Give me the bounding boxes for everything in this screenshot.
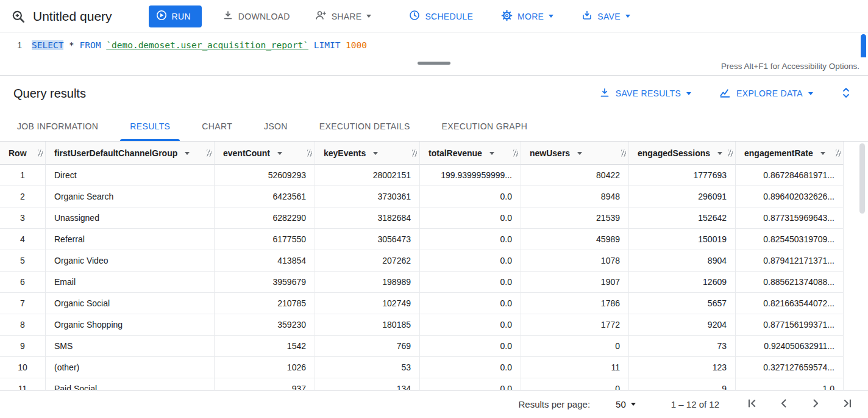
cell-engagementRate: 0.885621374088... — [736, 272, 844, 293]
column-header-engagementRate[interactable]: engagementRate — [736, 142, 844, 165]
sql-keyword-limit: LIMIT — [308, 40, 346, 50]
query-magnifier-icon — [10, 8, 27, 25]
save-button[interactable]: SAVE — [574, 5, 638, 27]
table-vertical-scrollbar[interactable] — [859, 143, 865, 214]
table-row: 4Referral617755030564730.0459891500190.8… — [0, 229, 844, 250]
chevron-down-icon — [549, 15, 553, 18]
cell-engagementRate: 0.896402032626... — [736, 186, 844, 207]
cell-eventCount: 6282290 — [215, 207, 315, 229]
column-menu-caret-icon[interactable] — [489, 152, 494, 155]
panel-resize-drag-handle[interactable] — [418, 62, 450, 65]
unfold-icon — [841, 86, 851, 101]
accessibility-hint: Press Alt+F1 for Accessibility Options. — [721, 62, 859, 71]
cell-engagedSessions: 150019 — [629, 229, 736, 250]
column-header-firstUserDefaultChannelGroup[interactable]: firstUserDefaultChannelGroup — [46, 142, 215, 165]
cell-newUsers: 0 — [521, 336, 629, 357]
cell-totalRevenue: 0.0 — [420, 229, 521, 250]
column-menu-caret-icon[interactable] — [577, 152, 582, 155]
cell-firstUserDefaultChannelGroup: Organic Video — [46, 250, 215, 272]
cell-totalRevenue: 199.9399959999... — [420, 165, 521, 186]
cell-keyEvents: 207262 — [315, 250, 420, 272]
column-resize-handle[interactable] — [513, 150, 518, 156]
table-body: 1Direct5260929328002151199.9399959999...… — [0, 165, 844, 390]
sql-table-ref-link[interactable]: `demo.demoset.user_acquisition_report` — [106, 40, 308, 50]
column-header-engagedSessions[interactable]: engagedSessions — [629, 142, 736, 165]
sql-editor-line[interactable]: 1 SELECT * FROM `demo.demoset.user_acqui… — [0, 33, 868, 52]
tab-json[interactable]: JSON — [248, 111, 304, 141]
download-button[interactable]: DOWNLOAD — [215, 5, 297, 27]
sql-limit-value: 1000 — [346, 40, 367, 50]
cell-keyEvents: 102749 — [315, 293, 420, 314]
cell-totalRevenue: 0.0 — [420, 336, 521, 357]
expand-collapse-panel-button[interactable] — [841, 86, 851, 101]
cell-totalRevenue: 0.0 — [420, 272, 521, 293]
column-menu-caret-icon[interactable] — [820, 152, 825, 155]
more-button-label: MORE — [518, 12, 544, 21]
last-page-icon — [841, 397, 854, 412]
run-button[interactable]: RUN — [149, 5, 202, 27]
column-resize-handle[interactable] — [307, 150, 312, 156]
cell-firstUserDefaultChannelGroup: SMS — [46, 336, 215, 357]
previous-page-button[interactable] — [775, 396, 792, 413]
column-resize-handle[interactable] — [412, 150, 417, 156]
cell-engagedSessions: 9204 — [629, 314, 736, 336]
cell-totalRevenue: 0.0 — [420, 293, 521, 314]
results-tab-bar: JOB INFORMATION RESULTS CHART JSON EXECU… — [0, 111, 868, 142]
column-header-Row[interactable]: Row — [0, 142, 46, 165]
cell-totalRevenue: 0.0 — [420, 250, 521, 272]
cell-firstUserDefaultChannelGroup: Direct — [46, 165, 215, 186]
tab-results[interactable]: RESULTS — [114, 111, 186, 141]
column-menu-caret-icon[interactable] — [373, 152, 378, 155]
cell-eventCount: 52609293 — [215, 165, 315, 186]
cell-engagementRate: 0.821663544072... — [736, 293, 844, 314]
editor-bottom-strip: Press Alt+F1 for Accessibility Options. — [0, 57, 868, 76]
column-header-label: totalRevenue — [429, 148, 482, 158]
column-header-totalRevenue[interactable]: totalRevenue — [420, 142, 521, 165]
sql-editor[interactable]: 1 SELECT * FROM `demo.demoset.user_acqui… — [0, 33, 868, 76]
schedule-button[interactable]: SCHEDULE — [402, 5, 480, 27]
cell-newUsers: 21539 — [521, 207, 629, 229]
cell-newUsers: 1772 — [521, 314, 629, 336]
column-menu-caret-icon[interactable] — [717, 152, 722, 155]
column-menu-caret-icon[interactable] — [185, 152, 190, 155]
tab-label: EXECUTION DETAILS — [319, 121, 410, 131]
pagination-range: 1 – 12 of 12 — [671, 399, 719, 409]
first-page-button[interactable] — [744, 396, 761, 413]
save-results-label: SAVE RESULTS — [616, 88, 681, 98]
tab-job-information[interactable]: JOB INFORMATION — [1, 111, 114, 141]
cell-eventCount: 1542 — [215, 336, 315, 357]
column-header-label: firstUserDefaultChannelGroup — [54, 148, 177, 158]
download-button-label: DOWNLOAD — [238, 12, 290, 21]
chevron-down-icon — [808, 92, 813, 95]
tab-execution-details[interactable]: EXECUTION DETAILS — [304, 111, 426, 141]
page-size-select[interactable]: 50 — [616, 399, 636, 409]
tab-chart[interactable]: CHART — [186, 111, 248, 141]
column-header-keyEvents[interactable]: keyEvents — [315, 142, 420, 165]
column-header-label: engagementRate — [744, 148, 813, 158]
cell-firstUserDefaultChannelGroup: Organic Search — [46, 186, 215, 207]
column-resize-handle[interactable] — [621, 150, 626, 156]
explore-data-button[interactable]: EXPLORE DATA — [719, 87, 813, 100]
column-resize-handle[interactable] — [207, 150, 212, 156]
cell-firstUserDefaultChannelGroup: Organic Shopping — [46, 314, 215, 336]
cell-firstUserDefaultChannelGroup: (other) — [46, 357, 215, 378]
cell-firstUserDefaultChannelGroup: Email — [46, 272, 215, 293]
cell-engagedSessions: 123 — [629, 357, 736, 378]
save-results-download-icon — [599, 87, 610, 100]
next-page-button[interactable] — [807, 396, 824, 413]
column-menu-caret-icon[interactable] — [277, 152, 282, 155]
last-page-button[interactable] — [839, 396, 856, 413]
row-number-cell: 9 — [0, 336, 46, 357]
cell-keyEvents: 53 — [315, 357, 420, 378]
tab-execution-graph[interactable]: EXECUTION GRAPH — [426, 111, 544, 141]
more-button[interactable]: MORE — [494, 5, 561, 27]
chevron-down-icon — [686, 92, 691, 95]
share-button[interactable]: SHARE — [307, 5, 379, 27]
column-resize-handle[interactable] — [836, 150, 841, 156]
column-resize-handle[interactable] — [38, 150, 43, 156]
column-header-newUsers[interactable]: newUsers — [521, 142, 629, 165]
column-header-eventCount[interactable]: eventCount — [215, 142, 315, 165]
row-number-cell: 3 — [0, 207, 46, 229]
column-resize-handle[interactable] — [728, 150, 733, 156]
save-results-button[interactable]: SAVE RESULTS — [599, 87, 691, 100]
